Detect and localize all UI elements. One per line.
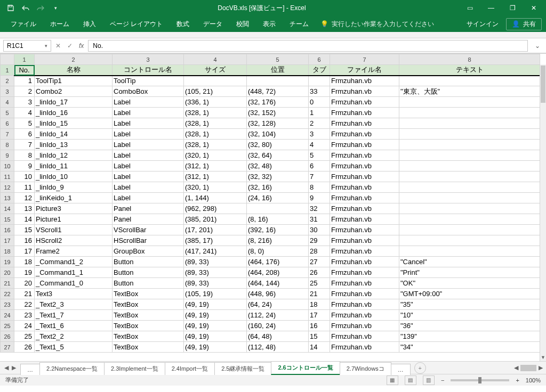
cell[interactable]: [247, 76, 309, 86]
cell[interactable]: VScrollBar: [113, 225, 184, 235]
cell[interactable]: 26: [309, 267, 330, 278]
cell[interactable]: Label: [113, 172, 184, 182]
cell[interactable]: _Text1_6: [35, 321, 113, 331]
row-header[interactable]: 24: [1, 310, 14, 321]
cell[interactable]: ToolTip1: [35, 76, 113, 86]
cell[interactable]: _linIdo_9: [35, 182, 113, 193]
zoom-slider-thumb[interactable]: [478, 377, 481, 383]
cell[interactable]: 18: [309, 299, 330, 310]
row-header[interactable]: 2: [1, 76, 14, 86]
cell[interactable]: (385, 17): [184, 235, 247, 246]
cell[interactable]: TextBox: [113, 342, 184, 353]
cell[interactable]: _linKeido_1: [35, 193, 113, 203]
cell[interactable]: 21: [309, 289, 330, 299]
normal-view-icon[interactable]: ▦: [387, 375, 398, 385]
cell[interactable]: GroupBox: [113, 246, 184, 257]
cell[interactable]: Label: [113, 97, 184, 108]
cell[interactable]: TextBox: [113, 331, 184, 342]
cell[interactable]: Panel: [113, 203, 184, 214]
cell[interactable]: 19: [14, 267, 35, 278]
cell[interactable]: "OK": [399, 278, 540, 289]
cell[interactable]: Button: [113, 267, 184, 278]
scroll-down-icon[interactable]: ▼: [540, 354, 546, 361]
cell[interactable]: 3: [309, 129, 330, 140]
enter-formula-icon[interactable]: ✓: [67, 42, 73, 50]
cell[interactable]: (320, 1): [184, 182, 247, 193]
cell[interactable]: 20: [14, 278, 35, 289]
cell[interactable]: (32, 48): [247, 161, 309, 172]
cell[interactable]: _linIdo_11: [35, 161, 113, 172]
cell[interactable]: 1: [14, 76, 35, 86]
cell[interactable]: _Text2_3: [35, 299, 113, 310]
sheet-tab[interactable]: …: [20, 364, 40, 375]
cell[interactable]: (336, 1): [184, 97, 247, 108]
cell[interactable]: Frmzuhan.vb: [330, 321, 399, 331]
sheet-tab[interactable]: 2.7Windowsコ: [340, 362, 391, 375]
cell[interactable]: 25: [309, 278, 330, 289]
tab-formulas[interactable]: 数式: [170, 17, 196, 32]
cell[interactable]: [399, 150, 540, 161]
row-header[interactable]: 27: [1, 342, 14, 353]
cell[interactable]: (32, 104): [247, 129, 309, 140]
cell[interactable]: Frmzuhan.vb: [330, 299, 399, 310]
restore-button[interactable]: ❐: [503, 1, 521, 15]
cell[interactable]: 8: [14, 150, 35, 161]
cell[interactable]: Frmzuhan.vb: [330, 86, 399, 97]
row-header[interactable]: 3: [1, 86, 14, 97]
redo-icon[interactable]: [36, 4, 45, 12]
cell[interactable]: (64, 24): [247, 299, 309, 310]
hscroll-right-icon[interactable]: ▶: [539, 364, 543, 371]
cell[interactable]: 9: [14, 161, 35, 172]
cell[interactable]: Frmzuhan.vb: [330, 140, 399, 150]
row-header[interactable]: 18: [1, 246, 14, 257]
col-header[interactable]: 3: [113, 54, 184, 65]
cell[interactable]: _linIdo_12: [35, 150, 113, 161]
cell[interactable]: 15: [14, 225, 35, 235]
cell[interactable]: _linIdo_16: [35, 108, 113, 118]
cell[interactable]: [184, 76, 247, 86]
fx-icon[interactable]: fx: [79, 42, 84, 50]
col-header[interactable]: 5: [247, 54, 309, 65]
sheet-tab[interactable]: 2.6コントロール一覧: [271, 361, 340, 375]
cell[interactable]: 5: [14, 118, 35, 129]
cell[interactable]: Frmzuhan.vb: [330, 129, 399, 140]
row-header[interactable]: 13: [1, 193, 14, 203]
tab-view[interactable]: 表示: [256, 17, 282, 32]
save-icon[interactable]: [6, 4, 15, 12]
cell[interactable]: Frmzuhan.vb: [330, 214, 399, 225]
cell[interactable]: Frmzuhan.vb: [330, 225, 399, 235]
cell[interactable]: [399, 118, 540, 129]
row-header[interactable]: 23: [1, 299, 14, 310]
cell[interactable]: 33: [309, 86, 330, 97]
tab-data[interactable]: データ: [197, 17, 229, 32]
col-header[interactable]: 8: [399, 54, 540, 65]
cell[interactable]: 17: [309, 310, 330, 321]
cell[interactable]: (448, 96): [247, 289, 309, 299]
customize-qat-icon[interactable]: ▾: [51, 4, 60, 12]
row-header[interactable]: 15: [1, 214, 14, 225]
cell[interactable]: _linIdo_17: [35, 97, 113, 108]
cell[interactable]: (328, 1): [184, 140, 247, 150]
add-sheet-button[interactable]: +: [414, 362, 426, 374]
cell[interactable]: (49, 19): [184, 299, 247, 310]
cell[interactable]: Label: [113, 129, 184, 140]
cell[interactable]: (392, 16): [247, 225, 309, 235]
cell[interactable]: (962, 298): [184, 203, 247, 214]
cell[interactable]: (89, 33): [184, 278, 247, 289]
row-header[interactable]: 26: [1, 331, 14, 342]
cell[interactable]: [399, 172, 540, 182]
cancel-formula-icon[interactable]: ✕: [55, 42, 61, 50]
cell[interactable]: Frmzuhan.vb: [330, 172, 399, 182]
cell[interactable]: (464, 208): [247, 267, 309, 278]
sheet-tab[interactable]: 2.3Implement一覧: [104, 362, 165, 375]
header-cell[interactable]: 名称: [35, 65, 113, 76]
cell[interactable]: VScroll1: [35, 225, 113, 235]
cell[interactable]: 8: [309, 182, 330, 193]
cell[interactable]: 1: [309, 108, 330, 118]
header-cell[interactable]: No.: [14, 65, 35, 76]
cell[interactable]: ToolTip: [113, 76, 184, 86]
cell[interactable]: Frmzuhan.vb: [330, 267, 399, 278]
sheet-nav-next-icon[interactable]: ▶: [12, 364, 16, 371]
cell[interactable]: "Print": [399, 267, 540, 278]
expand-formula-bar-icon[interactable]: ⌄: [532, 42, 543, 50]
